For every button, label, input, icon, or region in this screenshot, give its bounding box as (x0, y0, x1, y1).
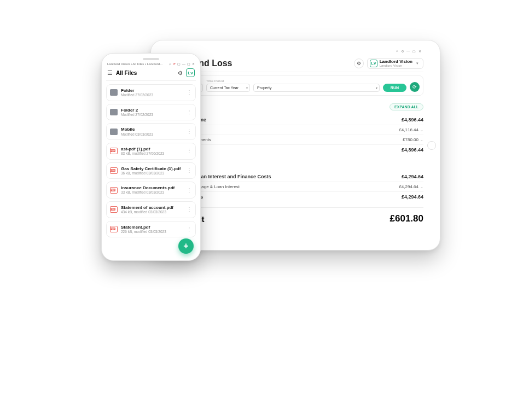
chevron-down-icon: ▾ (416, 61, 418, 66)
item-name: Mobile (121, 127, 153, 132)
more-icon[interactable]: ⋮ (187, 148, 192, 154)
list-item[interactable]: Insurance Documents.pdf33 kB, modified 0… (106, 182, 196, 199)
brand-logo-icon[interactable]: Lv (186, 68, 195, 77)
income-row: Property Income£4,896.44 (167, 115, 423, 125)
item-meta: Modified 03/03/2023 (121, 132, 153, 136)
item-name: Statement.pdf (121, 225, 166, 230)
expense-row[interactable]: Residential Mortgage & Loan Interest£4,2… (167, 182, 423, 192)
expense-row-value: £4,294.64⌄ (399, 184, 423, 189)
chevron-down-icon: ⌄ (420, 185, 423, 189)
expense-heading: Expense (167, 160, 423, 168)
pdf-file-icon (110, 167, 118, 174)
item-name: Folder (121, 88, 153, 93)
phone-header: ☰ All Files ⚙ Lv (106, 67, 196, 81)
income-total-value: £4,896.44 (402, 147, 423, 153)
run-button[interactable]: RUN (383, 84, 406, 92)
income-row-value: £4,116.44⌄ (399, 127, 423, 132)
refresh-icon[interactable]: ⟳ (173, 62, 176, 66)
phone-speaker (143, 58, 159, 60)
expense-total-value: £4,294.64 (402, 194, 423, 200)
account-subtitle: Landlord Vision (380, 64, 412, 67)
list-item[interactable]: ast-pdf (1).pdf83 kB, modified 27/06/202… (106, 143, 196, 160)
income-total-row: Total Income £4,896.44 (167, 145, 423, 155)
maximize-icon[interactable]: ▢ (412, 49, 416, 53)
item-meta: 36 kB, modified 03/03/2023 (121, 171, 181, 175)
more-icon[interactable]: ⋮ (187, 168, 192, 173)
page-title: All Files (116, 70, 137, 76)
window-title: Landlord Vision • All Files • Landlord… (107, 62, 163, 66)
list-item[interactable]: FolderModified 27/02/2023⋮ (106, 84, 196, 101)
net-profit-value: £601.80 (390, 213, 423, 224)
more-icon[interactable]: ⋮ (187, 188, 192, 193)
more-icon[interactable]: ⋮ (187, 109, 192, 115)
filter-period-label: Time Period (206, 79, 250, 83)
expense-row-value: £4,294.64 (402, 174, 423, 179)
account-switcher[interactable]: Lv Landlord Vision Landlord Vision ▾ (367, 58, 423, 69)
pdf-file-icon (110, 226, 118, 232)
folder-icon (110, 89, 118, 96)
item-meta: Modified 27/02/2023 (121, 93, 153, 97)
back-icon[interactable]: ⟲ (401, 49, 404, 53)
plus-icon: + (183, 241, 188, 251)
expense-row: Residential Loan Interest and Finance Co… (167, 172, 423, 182)
item-meta: Modified 27/02/2023 (121, 113, 153, 116)
refresh-button[interactable]: ⟳ (410, 82, 420, 92)
minimize-icon[interactable]: — (182, 62, 185, 66)
filter-property: Property (253, 83, 380, 92)
brand-logo-icon: Lv (370, 60, 377, 67)
refresh-icon: ⟳ (412, 84, 417, 90)
more-icon[interactable]: ⋮ (187, 226, 192, 232)
phone-window-bar: Landlord Vision • All Files • Landlord… … (106, 62, 196, 66)
item-meta: 226 kB, modified 03/03/2023 (121, 230, 166, 234)
tablet-window-controls: ⌕ ⟲ — ▢ ✕ (167, 47, 423, 55)
folder-icon (110, 129, 118, 135)
income-row[interactable]: Rental Income£4,116.44⌄ (167, 125, 423, 135)
chevron-down-icon: ⌄ (420, 138, 423, 142)
list-item[interactable]: Gas Safety Certificate (1).pdf36 kB, mod… (106, 162, 196, 179)
more-icon[interactable]: ⋮ (187, 90, 192, 95)
pdf-file-icon (110, 206, 118, 213)
list-item[interactable]: Folder 2Modified 27/02/2023⋮ (106, 104, 196, 121)
page-title-row: Profit And Loss ⚙ Lv Landlord Vision Lan… (167, 55, 423, 72)
filter-bar: Basis Cash Time Period Current Tax Year … (167, 75, 423, 96)
income-row-value: £4,896.44 (402, 117, 423, 122)
expense-total-row: Total Expenses £4,294.64 (167, 192, 423, 202)
list-item[interactable]: MobileModified 03/03/2023⋮ (106, 123, 196, 140)
new-tab-icon[interactable]: ▢ (177, 62, 181, 66)
more-icon[interactable]: ⋮ (187, 129, 192, 135)
item-name: Statement of account.pdf (121, 205, 173, 210)
item-meta: 434 kB, modified 03/03/2023 (121, 210, 173, 214)
minimize-icon[interactable]: — (406, 49, 410, 52)
folder-icon (110, 109, 118, 115)
item-name: Folder 2 (121, 108, 153, 113)
item-name: Insurance Documents.pdf (121, 185, 175, 190)
file-list: FolderModified 27/02/2023⋮Folder 2Modifi… (106, 84, 196, 237)
item-meta: 33 kB, modified 03/03/2023 (121, 190, 175, 194)
search-icon[interactable]: ⌕ (396, 49, 398, 52)
pdf-file-icon (110, 187, 118, 194)
filter-property-select[interactable]: Property (253, 84, 380, 92)
more-icon[interactable]: ⋮ (187, 207, 192, 212)
search-icon[interactable]: ⌕ (169, 62, 171, 66)
item-name: ast-pdf (1).pdf (121, 147, 164, 151)
net-profit-row: Net Profit £601.80 (167, 207, 423, 224)
settings-button[interactable]: ⚙ (354, 59, 364, 68)
close-icon[interactable]: ✕ (418, 49, 421, 53)
income-row[interactable]: Unallocated Payments£780.00⌄ (167, 135, 423, 145)
tablet-home-button[interactable] (427, 141, 436, 150)
list-item[interactable]: Statement of account.pdf434 kB, modified… (106, 201, 196, 218)
menu-icon[interactable]: ☰ (107, 69, 113, 77)
item-name: Gas Safety Certificate (1).pdf (121, 166, 181, 171)
maximize-icon[interactable]: ▢ (187, 62, 190, 66)
item-meta: 83 kB, modified 27/06/2023 (121, 151, 164, 155)
close-icon[interactable]: ✕ (192, 62, 195, 66)
add-button[interactable]: + (178, 238, 194, 254)
gear-icon: ⚙ (357, 61, 361, 66)
gear-icon[interactable]: ⚙ (178, 70, 183, 76)
account-name: Landlord Vision (380, 60, 412, 64)
list-item[interactable]: Statement.pdf226 kB, modified 03/03/2023… (106, 221, 196, 238)
expand-all-button[interactable]: EXPAND ALL (390, 103, 423, 110)
expense-section: Expense Residential Loan Interest and Fi… (167, 160, 423, 202)
filter-period-select[interactable]: Current Tax Year (206, 84, 250, 92)
phone-device: Landlord Vision • All Files • Landlord… … (101, 53, 201, 261)
